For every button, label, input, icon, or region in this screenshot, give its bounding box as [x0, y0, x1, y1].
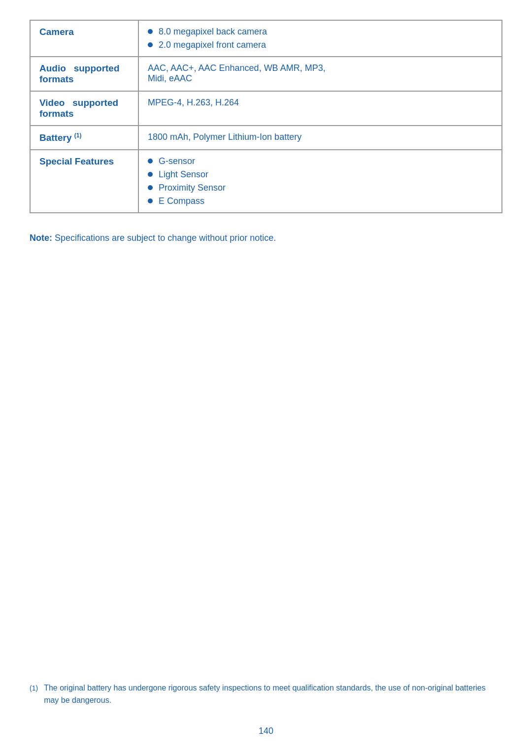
bullet-icon — [148, 42, 153, 47]
footnote-section: (1) The original battery has undergone r… — [30, 682, 502, 707]
row-value-camera: 8.0 megapixel back camera 2.0 megapixel … — [138, 20, 502, 57]
table-row: Special Features G-sensor Light Sensor P… — [30, 150, 502, 213]
row-value-battery: 1800 mAh, Polymer Lithium-Ion battery — [138, 126, 502, 150]
table-row: Battery (1) 1800 mAh, Polymer Lithium-Io… — [30, 126, 502, 150]
row-label-battery: Battery (1) — [30, 126, 138, 150]
row-label-camera: Camera — [30, 20, 138, 57]
note-label: Note: — [30, 233, 52, 243]
page-number: 140 — [0, 726, 532, 736]
row-label-audio: Audio supportedformats — [30, 57, 138, 91]
row-value-audio: AAC, AAC+, AAC Enhanced, WB AMR, MP3, Mi… — [138, 57, 502, 91]
list-item: E Compass — [148, 196, 493, 206]
special-features-list: G-sensor Light Sensor Proximity Sensor E… — [148, 156, 493, 206]
bullet-icon — [148, 185, 153, 190]
footnote-marker: (1) — [30, 683, 38, 693]
footnote-text: The original battery has undergone rigor… — [44, 682, 502, 707]
bullet-icon — [148, 159, 153, 164]
list-item: G-sensor — [148, 156, 493, 166]
bullet-icon — [148, 198, 153, 203]
list-item: Light Sensor — [148, 169, 493, 180]
list-item: 2.0 megapixel front camera — [148, 40, 493, 50]
row-label-special: Special Features — [30, 150, 138, 213]
row-value-video: MPEG-4, H.263, H.264 — [138, 91, 502, 126]
note-section: Note: Specifications are subject to chan… — [30, 231, 502, 245]
list-item: 8.0 megapixel back camera — [148, 27, 493, 37]
row-value-special: G-sensor Light Sensor Proximity Sensor E… — [138, 150, 502, 213]
table-row: Video supportedformats MPEG-4, H.263, H.… — [30, 91, 502, 126]
list-item: Proximity Sensor — [148, 183, 493, 193]
row-label-video: Video supportedformats — [30, 91, 138, 126]
table-row: Camera 8.0 megapixel back camera 2.0 meg… — [30, 20, 502, 57]
page-content: Camera 8.0 megapixel back camera 2.0 meg… — [30, 20, 502, 245]
specs-table: Camera 8.0 megapixel back camera 2.0 meg… — [30, 20, 502, 213]
bullet-icon — [148, 29, 153, 34]
bullet-icon — [148, 172, 153, 177]
footnote-row: (1) The original battery has undergone r… — [30, 682, 502, 707]
table-row: Audio supportedformats AAC, AAC+, AAC En… — [30, 57, 502, 91]
note-text: Specifications are subject to change wit… — [55, 233, 276, 243]
camera-list: 8.0 megapixel back camera 2.0 megapixel … — [148, 27, 493, 50]
